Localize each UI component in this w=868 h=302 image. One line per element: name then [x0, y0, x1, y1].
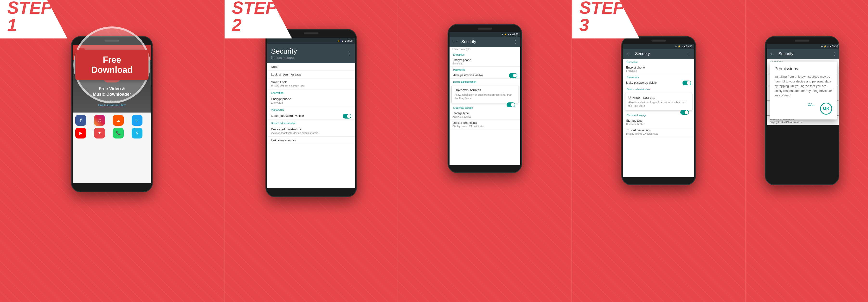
status-bar5: ⊞ ⚡ ▲ ■ 09:38: [767, 44, 839, 49]
permissions-buttons: CA... OK: [774, 102, 832, 114]
back-arrow3[interactable]: ←: [453, 39, 458, 45]
step2-banner: STEP 2: [224, 0, 292, 38]
security-big-header: Security first set a scree ⋮: [267, 44, 355, 63]
permissions-dialog: Permissions Installing from unknown sour…: [770, 62, 837, 119]
permissions-title: Permissions: [774, 66, 832, 71]
security4-content: Encryption Encrypt phone Encrypted Passw…: [623, 59, 694, 175]
encrypt-phone2: Encrypt phone Encrypted: [267, 95, 355, 106]
ok-button[interactable]: OK: [820, 102, 832, 114]
make-passwords4: Make passwords visible: [623, 79, 694, 86]
make-passwords-toggle3[interactable]: [509, 73, 517, 78]
security3-content: Screen lock type Encryption Encrypt phon…: [450, 47, 520, 163]
cancel-button[interactable]: CA...: [808, 102, 815, 114]
device-admin-header3: Device administration: [450, 79, 520, 84]
free-download-button[interactable]: Free Download: [75, 50, 149, 80]
make-passwords2: Make passwords visible: [267, 112, 355, 120]
status-bar2: ⚡ ▲ ■ 09:38: [267, 38, 355, 44]
make-passwords-toggle2[interactable]: [343, 114, 351, 119]
step3-banner: STEP 3: [572, 0, 640, 38]
passwords-header4: Passwords: [623, 74, 694, 79]
twitter-icon: 🐦: [132, 115, 143, 126]
device-admins2: Device administrators View or deactivate…: [267, 126, 355, 137]
unknown-sources-sub3: Allow installation of apps from sources …: [455, 93, 515, 101]
security-main-title: Security: [271, 47, 297, 55]
step2-label: STEP 2: [232, 0, 277, 34]
phone3-screen: ⊞ ⚡ ▲ ■ 09:38 ← Security ⋮ Screen lock t…: [450, 32, 520, 165]
device-admin-header4: Device administration: [623, 86, 694, 92]
screen-lock-label3: Screen lock type: [450, 47, 520, 52]
unknown-sources-title4: Unknown sources: [628, 96, 689, 100]
lock-screen-msg: Lock screen message: [267, 71, 355, 78]
unknown-sources-popup: Unknown sources Allow installation of ap…: [452, 86, 518, 103]
smart-lock-item: Smart Lock to use, first set a screen lo…: [267, 78, 355, 90]
phone5-frame: ⊞ ⚡ ▲ ■ 09:38 ← Security ⋮ Encryption En…: [765, 36, 839, 185]
facebook-icon: f: [75, 115, 86, 126]
step1-banner: STEP 1: [0, 0, 67, 38]
passwords-header3: Passwords: [450, 67, 520, 72]
trusted-creds4: Trusted credentials Display trusted CA c…: [623, 127, 694, 137]
unknown-sources-sub4: Allow installation of apps from sources …: [628, 101, 689, 108]
encrypt-phone3: Encrypt phone Encrypted: [450, 57, 520, 67]
step3-label: STEP 3: [579, 0, 625, 34]
phone5-screen: ⊞ ⚡ ▲ ■ 09:38 ← Security ⋮ Encryption En…: [767, 44, 839, 125]
security-header3: ← Security ⋮: [450, 37, 520, 47]
instagram-icon: ◎: [94, 115, 105, 126]
time-display: 09:38: [347, 40, 353, 42]
encryption-header3: Encryption: [450, 52, 520, 57]
section-step3c: ⊞ ⚡ ▲ ■ 09:38 ← Security ⋮ Encryption En…: [745, 0, 868, 302]
security2-content: None Lock screen message Smart Lock to u…: [267, 63, 355, 188]
wifi-icon: ▲: [341, 40, 344, 42]
trusted-creds3: Trusted credentials Display trusted CA c…: [450, 120, 520, 129]
phone2-frame: ⚡ ▲ ■ 09:38 Security first set a scree ⋮…: [266, 29, 357, 197]
menu-dots4[interactable]: ⋮: [687, 51, 691, 57]
vimeo-icon: V: [132, 128, 143, 138]
device-admin-header2: Device administration: [267, 120, 355, 126]
phone3-frame: ⊞ ⚡ ▲ ■ 09:38 ← Security ⋮ Screen lock t…: [447, 24, 522, 173]
passwords-header2: Passwords: [267, 106, 355, 112]
soundcloud-icon: ☁: [113, 115, 124, 126]
encryption-header4: Encryption: [623, 59, 694, 64]
section-step3b: STEP 3 ⊞ ⚡ ▲ ■ 09:38 ← Security ⋮ Encryp…: [571, 0, 745, 302]
section-step1: STEP 1 ▼ InsTube ▼ Free Video & Music Do…: [0, 0, 224, 302]
step1-label: STEP 1: [7, 0, 53, 34]
unknown-sources-title3: Unknown sources: [455, 88, 515, 92]
menu-dots-icon2[interactable]: ⋮: [347, 51, 351, 56]
make-passwords3: Make passwords visible: [450, 72, 520, 79]
bluetooth-icon: ⚡: [337, 40, 340, 42]
back-arrow5[interactable]: ←: [770, 51, 775, 57]
time5: 09:38: [832, 45, 838, 48]
section-step2: STEP 2 ⚡ ▲ ■ 09:38 Security first set a …: [224, 0, 398, 302]
storage-type3: Storage type Hardware-backed: [450, 110, 520, 120]
time4: 09:38: [686, 45, 692, 48]
encrypt-phone4: Encrypt phone Encrypted: [623, 64, 694, 74]
phone2-screen: ⚡ ▲ ■ 09:38 Security first set a scree ⋮…: [267, 38, 355, 188]
unknown-sources-toggle4[interactable]: [680, 110, 689, 115]
status-bar3: ⊞ ⚡ ▲ ■ 09:38: [450, 32, 520, 37]
none-item: None: [267, 63, 355, 71]
how-to-install-link[interactable]: How to install InsTube?: [98, 104, 126, 106]
whatsapp-icon: 📞: [113, 128, 124, 138]
security-subtitle: first set a scree: [271, 56, 297, 60]
storage-type4: Storage type Hardware-backed: [623, 118, 694, 127]
make-passwords-toggle4[interactable]: [682, 80, 691, 86]
youtube-icon: ▶: [75, 128, 86, 138]
security-header4: ← Security ⋮: [623, 49, 694, 59]
phone4-screen: ⊞ ⚡ ▲ ■ 09:38 ← Security ⋮ Encryption En…: [623, 44, 694, 177]
menu-dots3[interactable]: ⋮: [513, 39, 517, 44]
status-bar4: ⊞ ⚡ ▲ ■ 09:38: [623, 44, 694, 49]
phone4-frame: ⊞ ⚡ ▲ ■ 09:38 ← Security ⋮ Encryption En…: [621, 36, 696, 185]
unknown-sources-toggle3[interactable]: [506, 102, 515, 107]
social-grid: f ◎ ☁ 🐦 ▶ ▼ 📞 V: [73, 112, 151, 141]
section-step3a: ⊞ ⚡ ▲ ■ 09:38 ← Security ⋮ Screen lock t…: [398, 0, 571, 302]
app-icon2: ▼: [94, 128, 105, 138]
menu-dots5[interactable]: ⋮: [833, 51, 837, 57]
encryption-header2: Encryption: [267, 90, 355, 95]
free-download-circle: Free Download: [73, 27, 150, 103]
time3: 09:38: [512, 33, 518, 36]
security-header5: ← Security ⋮: [767, 49, 839, 59]
permissions-text: Installing from unknown sources may be h…: [774, 74, 832, 98]
icons-row3: ⊞ ⚡ ▲ ■: [501, 33, 512, 36]
back-arrow4[interactable]: ←: [626, 51, 631, 57]
unknown-sources-popup4: Unknown sources Allow installation of ap…: [625, 93, 692, 111]
battery-icon: ■: [345, 40, 346, 42]
